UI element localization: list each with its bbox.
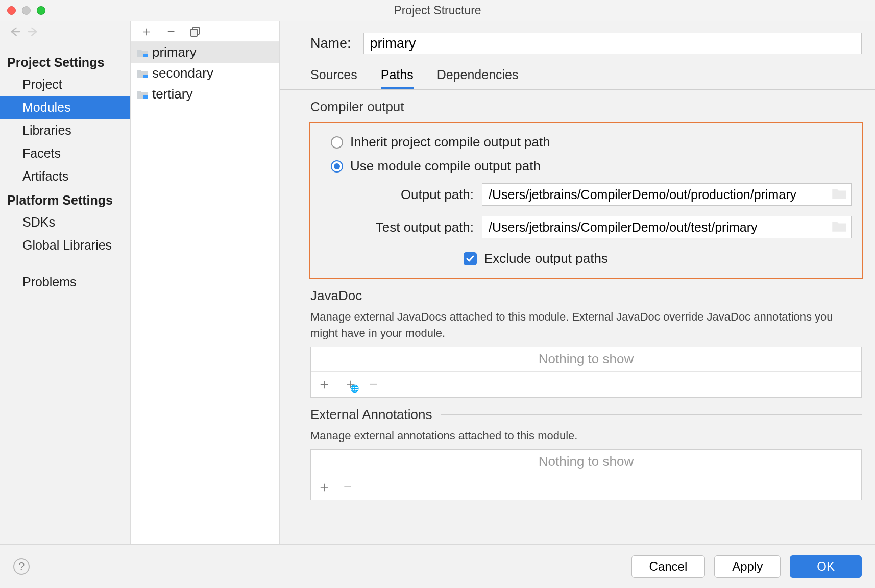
nav-separator — [7, 266, 123, 266]
nav-item-global-libraries[interactable]: Global Libraries — [0, 234, 130, 257]
nav-forward-button[interactable] — [28, 26, 39, 37]
copy-module-button[interactable] — [190, 26, 201, 37]
module-name-input[interactable] — [363, 33, 862, 54]
module-label: secondary — [152, 65, 213, 81]
javadoc-add-button[interactable]: ＋ — [317, 375, 331, 394]
annotations-remove-button[interactable]: − — [344, 479, 352, 495]
radio-use-label: Use module compile output path — [350, 158, 541, 174]
exclude-output-label: Exclude output paths — [484, 251, 608, 266]
radio-inherit[interactable] — [331, 136, 343, 149]
annotations-list: Nothing to show ＋ − — [310, 449, 862, 500]
annotations-empty-label: Nothing to show — [311, 450, 861, 474]
svg-rect-1 — [191, 29, 197, 36]
remove-module-button[interactable]: − — [165, 26, 177, 37]
svg-rect-2 — [143, 54, 148, 57]
help-button[interactable]: ? — [13, 558, 30, 575]
nav-item-libraries[interactable]: Libraries — [0, 119, 130, 142]
svg-rect-3 — [143, 75, 148, 78]
javadoc-list: Nothing to show ＋ ＋🌐 − — [310, 347, 862, 398]
exclude-output-row[interactable]: Exclude output paths — [321, 243, 852, 266]
radio-inherit-label: Inherit project compile output path — [350, 134, 550, 150]
nav-item-modules[interactable]: Modules — [0, 96, 130, 119]
exclude-output-checkbox[interactable] — [464, 252, 477, 265]
nav-back-button[interactable] — [9, 26, 20, 37]
name-label: Name: — [310, 36, 351, 52]
section-divider — [370, 296, 862, 296]
module-item-secondary[interactable]: secondary — [131, 63, 279, 84]
module-item-tertiary[interactable]: tertiary — [131, 84, 279, 105]
compiler-output-highlight: Inherit project compile output path Use … — [309, 122, 863, 279]
javadoc-description: Manage external JavaDocs attached to thi… — [310, 304, 862, 341]
browse-test-folder-icon[interactable] — [832, 219, 847, 235]
radio-use-row[interactable]: Use module compile output path — [321, 154, 852, 178]
output-path-input[interactable] — [482, 187, 832, 202]
section-divider — [412, 107, 862, 107]
radio-use-module[interactable] — [331, 160, 343, 173]
test-output-path-label: Test output path: — [351, 219, 474, 235]
output-path-label: Output path: — [351, 187, 474, 203]
nav-heading-project-settings: Project Settings — [0, 50, 130, 73]
test-output-path-input[interactable] — [482, 220, 832, 235]
javadoc-heading: JavaDoc — [310, 288, 362, 304]
annotations-description: Manage external annotations attached to … — [310, 423, 862, 444]
nav-item-problems[interactable]: Problems — [0, 271, 130, 293]
nav-item-project[interactable]: Project — [0, 73, 130, 96]
ok-button[interactable]: OK — [790, 555, 862, 578]
tab-sources[interactable]: Sources — [310, 67, 357, 89]
nav-item-artifacts[interactable]: Artifacts — [0, 165, 130, 188]
left-sidebar: Project Settings Project Modules Librari… — [0, 21, 131, 544]
nav-item-facets[interactable]: Facets — [0, 142, 130, 165]
window-title: Project Structure — [0, 4, 875, 17]
annotations-add-button[interactable]: ＋ — [317, 477, 331, 497]
modules-panel: ＋ − primary secondary — [131, 21, 280, 544]
module-item-primary[interactable]: primary — [131, 42, 279, 63]
javadoc-add-url-button[interactable]: ＋🌐 — [344, 378, 357, 391]
radio-inherit-row[interactable]: Inherit project compile output path — [321, 130, 852, 154]
javadoc-empty-label: Nothing to show — [311, 347, 861, 371]
detail-panel: Name: Sources Paths Dependencies Compile… — [280, 21, 875, 544]
javadoc-remove-button[interactable]: − — [369, 376, 377, 393]
cancel-button[interactable]: Cancel — [631, 555, 706, 578]
module-label: tertiary — [152, 86, 192, 102]
tab-dependencies[interactable]: Dependencies — [437, 67, 519, 89]
titlebar: Project Structure — [0, 0, 875, 21]
nav-heading-platform-settings: Platform Settings — [0, 188, 130, 211]
module-icon — [137, 90, 148, 99]
svg-rect-4 — [143, 95, 148, 99]
module-label: primary — [152, 44, 197, 60]
annotations-heading: External Annotations — [310, 407, 432, 423]
section-divider — [441, 414, 862, 415]
add-module-button[interactable]: ＋ — [141, 26, 152, 37]
module-icon — [137, 69, 148, 78]
apply-button[interactable]: Apply — [714, 555, 781, 578]
dialog-footer: ? Cancel Apply OK — [0, 544, 875, 588]
nav-item-sdks[interactable]: SDKs — [0, 211, 130, 234]
browse-output-folder-icon[interactable] — [832, 187, 847, 202]
compiler-output-heading: Compiler output — [310, 99, 404, 115]
tab-paths[interactable]: Paths — [381, 67, 414, 89]
module-icon — [137, 48, 148, 57]
